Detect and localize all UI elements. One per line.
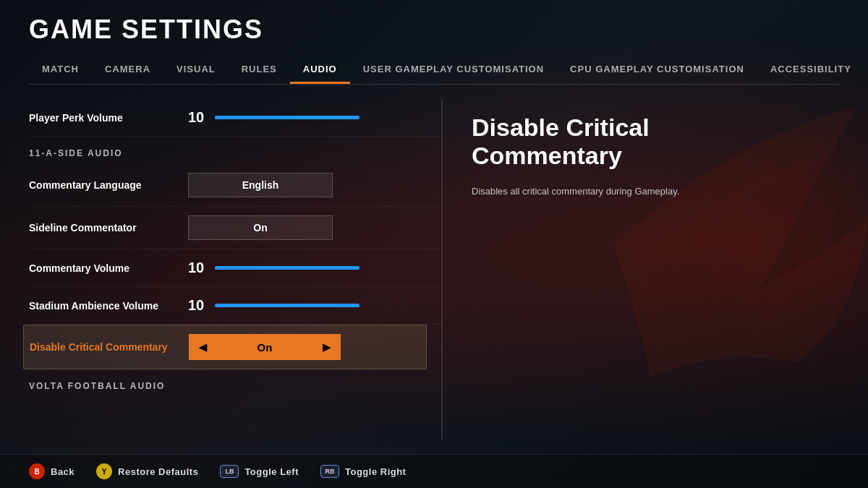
setting-stadium-ambience-volume[interactable]: Stadium Ambience Volume 10 <box>29 287 441 325</box>
setting-value-disable-critical-commentary: ◀ On ▶ <box>189 334 426 360</box>
b-button-icon: B <box>29 463 45 479</box>
footer-toggle-right-label: Toggle Right <box>345 466 406 477</box>
footer-btn-restore-defaults[interactable]: Y Restore Defaults <box>96 463 198 479</box>
info-panel: Disable Critical Commentary Disables all… <box>443 85 868 454</box>
toggle-right-arrow-icon[interactable]: ▶ <box>312 334 341 360</box>
rb-button-icon: RB <box>320 465 339 478</box>
slider-track-stadium-ambience-volume[interactable] <box>215 304 359 307</box>
footer-restore-label: Restore Defaults <box>118 466 198 477</box>
tab-accessibility[interactable]: ACCESSIBILITY <box>757 56 864 84</box>
setting-label-sideline-commentator: Sideline Commentator <box>29 222 188 234</box>
setting-label-commentary-volume: Commentary Volume <box>29 262 188 274</box>
page-content: GAME SETTINGS MATCH CAMERA VISUAL RULES … <box>0 0 868 488</box>
setting-label-stadium-ambience-volume: Stadium Ambience Volume <box>29 300 188 312</box>
setting-value-sideline-commentator: On <box>188 215 441 240</box>
slider-fill-commentary-volume <box>215 266 359 270</box>
setting-value-stadium-ambience-volume: 10 <box>188 297 441 314</box>
section-header-volta: VOLTA FOOTBALL AUDIO <box>29 369 441 397</box>
y-button-icon: Y <box>96 463 112 479</box>
slider-fill-player-perk-volume <box>215 116 359 119</box>
footer-btn-back[interactable]: B Back <box>29 463 75 479</box>
tab-cpu-gameplay[interactable]: CPU GAMEPLAY CUSTOMISATION <box>557 56 757 84</box>
slider-number-stadium-ambience-volume: 10 <box>188 297 206 314</box>
select-sideline-commentator[interactable]: On <box>188 215 333 240</box>
slider-track-commentary-volume[interactable] <box>215 266 359 270</box>
tab-camera[interactable]: CAMERA <box>92 56 163 84</box>
nav-tabs: MATCH CAMERA VISUAL RULES AUDIO USER GAM… <box>29 56 839 85</box>
slider-player-perk-volume[interactable]: 10 <box>188 109 359 126</box>
slider-track-player-perk-volume[interactable] <box>215 116 359 119</box>
lb-button-icon: LB <box>220 465 239 478</box>
setting-value-player-perk-volume: 10 <box>188 109 441 126</box>
toggle-current-value: On <box>217 341 312 354</box>
setting-label-disable-critical-commentary: Disable Critical Commentary <box>30 341 189 353</box>
toggle-left-arrow-icon[interactable]: ◀ <box>189 334 217 360</box>
slider-number-commentary-volume: 10 <box>188 260 206 276</box>
setting-label-player-perk-volume: Player Perk Volume <box>29 112 188 124</box>
tab-user-gameplay[interactable]: USER GAMEPLAY CUSTOMISATION <box>350 56 557 84</box>
slider-number-player-perk-volume: 10 <box>188 109 206 126</box>
setting-sideline-commentator[interactable]: Sideline Commentator On <box>29 207 441 249</box>
select-commentary-language[interactable]: English <box>188 173 333 197</box>
slider-commentary-volume[interactable]: 10 <box>188 260 359 276</box>
tab-match[interactable]: MATCH <box>29 56 92 84</box>
info-panel-title: Disable Critical Commentary <box>472 114 725 170</box>
tab-audio[interactable]: AUDIO <box>290 56 350 84</box>
setting-label-commentary-language: Commentary Language <box>29 179 188 191</box>
info-panel-description: Disables all critical commentary during … <box>472 184 703 199</box>
settings-panel: Player Perk Volume 10 11-A-SIDE AUDIO Co… <box>0 85 441 454</box>
slider-stadium-ambience-volume[interactable]: 10 <box>188 297 359 314</box>
setting-value-commentary-language: English <box>188 173 441 197</box>
footer-btn-toggle-right[interactable]: RB Toggle Right <box>320 465 406 478</box>
setting-commentary-language[interactable]: Commentary Language English <box>29 164 441 207</box>
main-content: Player Perk Volume 10 11-A-SIDE AUDIO Co… <box>0 85 868 454</box>
footer-btn-toggle-left[interactable]: LB Toggle Left <box>220 465 299 478</box>
page-title: GAME SETTINGS <box>29 14 839 45</box>
slider-fill-stadium-ambience-volume <box>215 304 359 307</box>
header: GAME SETTINGS MATCH CAMERA VISUAL RULES … <box>0 0 868 85</box>
footer-back-label: Back <box>51 466 75 477</box>
setting-commentary-volume[interactable]: Commentary Volume 10 <box>29 249 441 287</box>
setting-value-commentary-volume: 10 <box>188 260 441 276</box>
footer: B Back Y Restore Defaults LB Toggle Left… <box>0 454 868 488</box>
toggle-disable-critical-commentary[interactable]: ◀ On ▶ <box>189 334 341 360</box>
section-header-11aside: 11-A-SIDE AUDIO <box>29 137 441 164</box>
footer-toggle-left-label: Toggle Left <box>244 466 299 477</box>
setting-disable-critical-commentary[interactable]: Disable Critical Commentary ◀ On ▶ <box>23 325 427 369</box>
tab-rules[interactable]: RULES <box>229 56 290 84</box>
setting-player-perk-volume[interactable]: Player Perk Volume 10 <box>29 99 441 137</box>
tab-visual[interactable]: VISUAL <box>163 56 229 84</box>
